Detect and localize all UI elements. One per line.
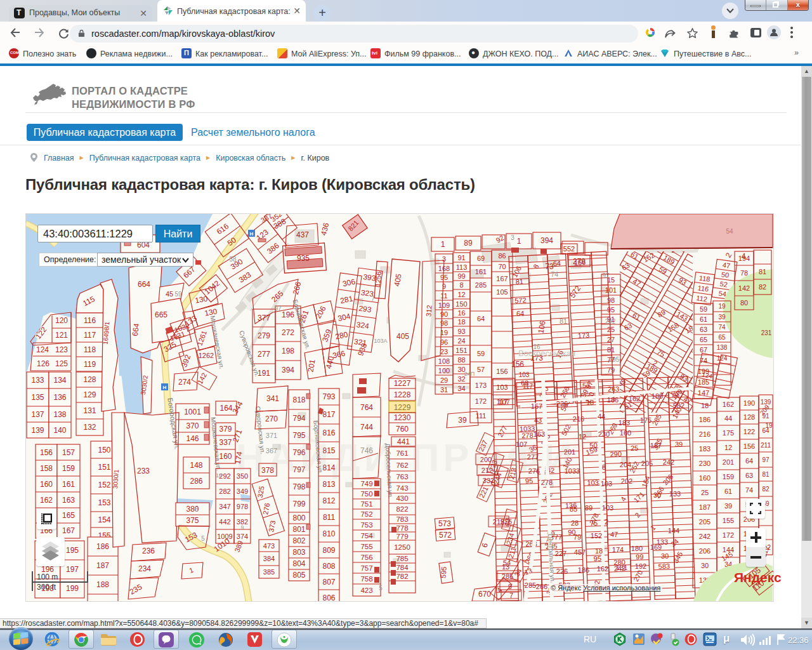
svg-text:117: 117 bbox=[84, 331, 96, 340]
svg-text:151: 151 bbox=[98, 463, 110, 472]
svg-text:81: 81 bbox=[607, 346, 615, 354]
svg-text:НАЙДИ ПРОФИ: НАЙДИ ПРОФИ bbox=[236, 435, 577, 479]
svg-text:112: 112 bbox=[696, 294, 708, 303]
svg-text:155: 155 bbox=[723, 517, 734, 524]
svg-text:279: 279 bbox=[573, 257, 586, 266]
svg-text:810: 810 bbox=[322, 529, 335, 538]
svg-text:63: 63 bbox=[700, 326, 707, 333]
svg-text:5: 5 bbox=[379, 585, 383, 592]
svg-text:230: 230 bbox=[699, 460, 710, 467]
svg-text:91: 91 bbox=[457, 254, 465, 262]
svg-text:25: 25 bbox=[701, 489, 709, 496]
svg-text:118: 118 bbox=[84, 345, 96, 354]
svg-text:808: 808 bbox=[322, 562, 335, 571]
svg-text:12: 12 bbox=[579, 433, 586, 441]
svg-text:103: 103 bbox=[602, 504, 613, 512]
svg-text:97: 97 bbox=[274, 305, 282, 312]
svg-text:347: 347 bbox=[219, 503, 230, 510]
svg-text:172: 172 bbox=[475, 397, 487, 405]
svg-text:162: 162 bbox=[40, 496, 53, 505]
svg-text:118: 118 bbox=[698, 274, 710, 283]
svg-text:803: 803 bbox=[292, 548, 305, 557]
svg-text:125: 125 bbox=[55, 359, 68, 368]
svg-text:162: 162 bbox=[597, 565, 608, 573]
svg-text:226: 226 bbox=[556, 567, 568, 575]
svg-text:82: 82 bbox=[762, 486, 769, 493]
svg-text:227: 227 bbox=[555, 550, 566, 557]
svg-text:64: 64 bbox=[745, 457, 753, 465]
svg-text:573: 573 bbox=[438, 519, 451, 528]
svg-text:242: 242 bbox=[663, 458, 674, 466]
svg-text:120: 120 bbox=[55, 316, 68, 325]
svg-text:180: 180 bbox=[631, 545, 643, 552]
svg-text:757: 757 bbox=[360, 564, 372, 572]
svg-text:12: 12 bbox=[457, 291, 465, 298]
svg-text:805: 805 bbox=[292, 571, 305, 580]
svg-text:Воскресенская: Воскресенская bbox=[518, 348, 575, 358]
svg-text:136: 136 bbox=[53, 393, 66, 402]
svg-text:1262: 1262 bbox=[199, 352, 214, 359]
svg-text:282: 282 bbox=[219, 488, 230, 495]
svg-text:30: 30 bbox=[701, 562, 709, 569]
svg-text:279: 279 bbox=[258, 331, 270, 340]
svg-text:128: 128 bbox=[743, 413, 755, 421]
svg-text:817: 817 bbox=[322, 410, 335, 419]
svg-text:154: 154 bbox=[98, 515, 110, 524]
svg-text:81: 81 bbox=[560, 317, 567, 325]
svg-text:172: 172 bbox=[723, 531, 734, 539]
svg-text:89: 89 bbox=[585, 504, 593, 512]
svg-text:150: 150 bbox=[98, 446, 110, 454]
svg-text:150: 150 bbox=[455, 300, 467, 308]
svg-text:153: 153 bbox=[98, 498, 110, 507]
svg-text:140: 140 bbox=[53, 426, 66, 435]
svg-text:109: 109 bbox=[438, 302, 450, 309]
svg-text:8: 8 bbox=[602, 463, 606, 471]
svg-text:1256: 1256 bbox=[374, 271, 383, 287]
svg-text:272: 272 bbox=[282, 328, 294, 337]
svg-text:80: 80 bbox=[740, 299, 748, 307]
svg-text:806: 806 bbox=[322, 594, 335, 601]
svg-text:159: 159 bbox=[62, 464, 75, 473]
svg-text:45: 45 bbox=[166, 290, 173, 298]
svg-text:18: 18 bbox=[595, 547, 603, 555]
svg-text:779: 779 bbox=[396, 533, 408, 540]
svg-text:8: 8 bbox=[459, 281, 463, 289]
svg-text:807: 807 bbox=[322, 578, 335, 587]
svg-text:43: 43 bbox=[534, 416, 542, 424]
svg-text:18: 18 bbox=[701, 402, 709, 409]
svg-text:152: 152 bbox=[98, 481, 110, 489]
svg-text:230: 230 bbox=[598, 430, 610, 438]
svg-text:103А: 103А bbox=[374, 338, 387, 344]
svg-text:206: 206 bbox=[699, 547, 710, 555]
svg-text:802: 802 bbox=[292, 536, 305, 545]
svg-text:211: 211 bbox=[761, 442, 771, 449]
svg-text:473: 473 bbox=[263, 542, 275, 550]
svg-text:375: 375 bbox=[186, 516, 199, 525]
svg-text:300 ft: 300 ft bbox=[37, 583, 56, 592]
svg-text:128: 128 bbox=[83, 375, 96, 384]
svg-text:15: 15 bbox=[607, 276, 615, 284]
svg-text:794: 794 bbox=[292, 414, 305, 423]
svg-text:27: 27 bbox=[607, 336, 615, 343]
svg-text:58: 58 bbox=[229, 256, 237, 263]
svg-text:78: 78 bbox=[740, 269, 748, 277]
svg-text:90: 90 bbox=[440, 310, 448, 318]
svg-text:813: 813 bbox=[322, 480, 335, 489]
svg-text:204: 204 bbox=[620, 461, 631, 468]
svg-text:81: 81 bbox=[759, 268, 766, 275]
svg-text:552: 552 bbox=[563, 245, 575, 253]
svg-text:85: 85 bbox=[570, 505, 577, 513]
svg-text:75: 75 bbox=[590, 519, 598, 527]
svg-text:18: 18 bbox=[586, 399, 594, 406]
svg-text:95: 95 bbox=[607, 306, 615, 314]
svg-text:157: 157 bbox=[531, 402, 542, 410]
svg-text:97: 97 bbox=[762, 456, 769, 463]
svg-text:285: 285 bbox=[475, 281, 487, 289]
svg-text:137: 137 bbox=[31, 410, 44, 419]
svg-text:202: 202 bbox=[621, 477, 632, 485]
svg-text:88: 88 bbox=[457, 356, 465, 364]
svg-text:95: 95 bbox=[440, 274, 448, 281]
svg-text:162: 162 bbox=[629, 395, 640, 402]
svg-text:123: 123 bbox=[55, 345, 68, 354]
svg-text:16: 16 bbox=[457, 309, 465, 317]
